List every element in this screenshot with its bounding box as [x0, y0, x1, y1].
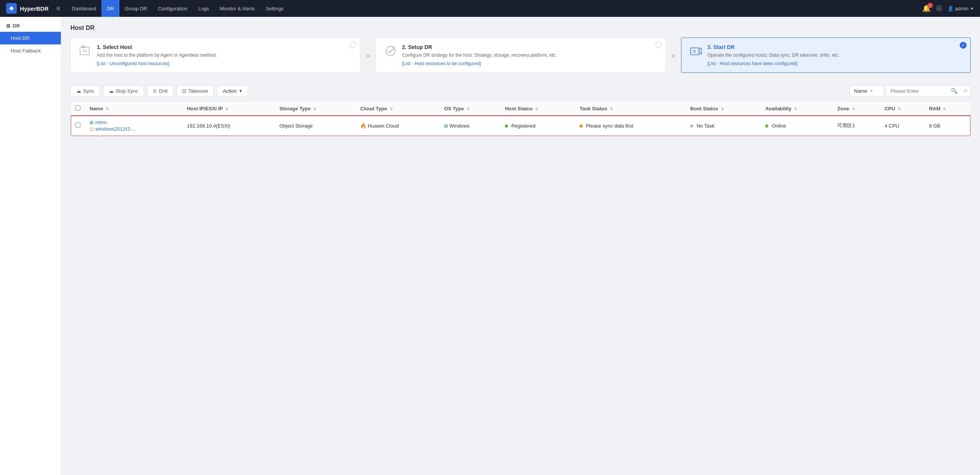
help-button[interactable]: Ⓐ — [936, 4, 942, 13]
takeover-label: Takeover — [188, 88, 209, 94]
sync-button[interactable]: ☁ Sync — [70, 85, 100, 97]
search-clear-button[interactable]: ↺ — [960, 86, 970, 96]
os-type-value: Windows — [449, 123, 470, 129]
col-os-type-sort[interactable]: ⇅ — [467, 107, 470, 111]
select-all-checkbox[interactable] — [75, 105, 80, 110]
nav-configuration[interactable]: Configuration — [152, 0, 193, 17]
host-name-link-1[interactable]: ⊞ mhm- — [90, 120, 178, 125]
col-boot-status-label: Boot Status — [690, 106, 718, 111]
col-zone-sort[interactable]: ⇅ — [852, 107, 855, 111]
user-icon: 👤 — [947, 6, 954, 11]
col-ram-sort[interactable]: ⇅ — [943, 107, 946, 111]
col-availability: Availability ⇅ — [761, 102, 833, 116]
svg-rect-2 — [82, 46, 85, 48]
host-name-link-2[interactable]: ⊡ windows2012r2-... — [90, 126, 178, 132]
col-task-status-sort[interactable]: ⇅ — [610, 107, 613, 111]
search-submit-button[interactable]: 🔍 — [948, 85, 960, 96]
col-storage-type: Storage Type ⇅ — [275, 102, 356, 116]
col-storage-type-sort[interactable]: ⇅ — [313, 107, 316, 111]
boot-status-value: No Task — [697, 123, 715, 129]
huawei-icon: 🔥 — [360, 123, 366, 129]
nav-dashboard[interactable]: Dashboard — [67, 0, 102, 17]
search-input[interactable] — [887, 86, 948, 96]
col-os-type-label: OS Type — [444, 106, 464, 111]
user-dropdown-icon: ▼ — [970, 7, 974, 11]
takeover-button[interactable]: ⊡ Takeover — [176, 85, 214, 97]
col-boot-status-sort[interactable]: ⇅ — [721, 107, 724, 111]
row-cloud-type: 🔥 Huawei Cloud — [356, 116, 439, 136]
hosts-table: Name ⇅ Host IP/ESXi IP ⇅ Storage Type ⇅ — [70, 101, 971, 136]
logo-icon — [6, 3, 17, 14]
nav-dr[interactable]: DR — [101, 0, 119, 17]
col-cloud-type-label: Cloud Type — [360, 106, 387, 111]
user-menu[interactable]: 👤 admin ▼ — [947, 6, 974, 11]
table-row[interactable]: ⊞ mhm- ⊡ windows2012r2-... 192.168.10.4( — [71, 116, 970, 136]
row-cpu: 4 CPU — [880, 116, 924, 136]
takeover-icon: ⊡ — [182, 88, 186, 94]
col-os-type: OS Type ⇅ — [439, 102, 500, 116]
nav-settings[interactable]: Settings — [260, 0, 289, 17]
app-logo[interactable]: HyperBDR — [6, 3, 49, 14]
search-area: Name ▼ 🔍 ↺ — [850, 85, 971, 97]
step-1-link[interactable]: [List - Unconfigured host resources] — [97, 61, 217, 66]
step-2-card[interactable]: 2. Setup DR Configure DR strategy for th… — [376, 38, 665, 73]
row-os-type: ⊞ Windows — [439, 116, 500, 136]
nav-logs[interactable]: Logs — [193, 0, 214, 17]
username-label: admin — [955, 6, 969, 11]
table-header: Name ⇅ Host IP/ESXi IP ⇅ Storage Type ⇅ — [71, 102, 970, 116]
header-checkbox-cell — [71, 102, 85, 116]
notifications-button[interactable]: 🔔 1 — [922, 4, 931, 13]
nav-right-area: 🔔 1 Ⓐ 👤 admin ▼ — [922, 4, 974, 13]
host-status-dot — [505, 124, 508, 128]
step-2-link[interactable]: [List - Host resources to be configured] — [402, 61, 557, 66]
step-3-header: 3. Start DR Operate the configured hosts… — [689, 44, 963, 66]
col-boot-status: Boot Status ⇅ — [686, 102, 761, 116]
row-checkbox[interactable] — [75, 123, 80, 128]
notification-badge: 1 — [928, 3, 933, 8]
availability-dot — [765, 124, 768, 128]
zone-value: 可用区1 — [837, 123, 855, 128]
drill-button[interactable]: ⊙ Drill — [147, 85, 173, 97]
availability-value: Online — [772, 123, 786, 129]
boot-status-dot — [690, 124, 693, 128]
host-name-1: mhm- — [95, 120, 108, 125]
step-3-check: ✓ — [960, 42, 967, 49]
sidebar-item-host-failback[interactable]: Host Failback — [0, 44, 61, 57]
step-2-icon — [384, 44, 397, 61]
nav-monitor-alerts[interactable]: Monitor & Alerts — [214, 0, 260, 17]
step-1-icon — [78, 44, 92, 61]
svg-rect-7 — [691, 48, 699, 55]
step-1-card[interactable]: 1. Select Host Add the host to the platf… — [70, 38, 360, 73]
col-host-ip-sort[interactable]: ⇅ — [225, 107, 228, 111]
nav-group-dr[interactable]: Group DR — [119, 0, 153, 17]
cloud-type-value: Huawei Cloud — [368, 123, 399, 129]
action-button[interactable]: Action ▼ — [217, 85, 248, 97]
col-name: Name ⇅ — [85, 102, 182, 116]
col-cloud-type-sort[interactable]: ⇅ — [390, 107, 393, 111]
step-3-card[interactable]: ✓ 3. Start DR Operate the configured hos… — [681, 38, 971, 73]
step-3-link[interactable]: [List - Host resources have been configu… — [707, 61, 840, 66]
svg-rect-1 — [80, 47, 89, 55]
col-name-sort[interactable]: ⇅ — [106, 107, 109, 111]
col-host-status-sort[interactable]: ⇅ — [535, 107, 538, 111]
search-field-select[interactable]: Name ▼ — [850, 85, 884, 97]
sidebar: ⊞ DR Host DR Host Failback — [0, 17, 61, 475]
step-2-content: 2. Setup DR Configure DR strategy for th… — [402, 44, 557, 66]
cpu-value: 4 CPU — [885, 123, 899, 129]
nav-links: Dashboard DR Group DR Configuration Logs… — [67, 0, 919, 17]
step-1-header: 1. Select Host Add the host to the platf… — [78, 44, 352, 66]
windows-icon-1: ⊞ — [90, 120, 93, 125]
col-task-status: Task Status ⇅ — [575, 102, 686, 116]
col-availability-sort[interactable]: ⇅ — [794, 107, 797, 111]
host-status-value: Registered — [511, 123, 536, 129]
col-cpu-sort[interactable]: ⇅ — [898, 107, 901, 111]
row-storage-type: Object Storage — [275, 116, 356, 136]
row-name-cell: ⊞ mhm- ⊡ windows2012r2-... — [85, 116, 182, 136]
sync-label: Sync — [83, 88, 94, 94]
os-windows-icon: ⊞ — [444, 123, 448, 129]
col-ram: RAM ⇅ — [924, 102, 970, 116]
sidebar-item-host-dr[interactable]: Host DR — [0, 32, 61, 44]
hamburger-menu[interactable]: ≡ — [56, 5, 60, 13]
col-name-label: Name — [90, 106, 103, 111]
stop-sync-button[interactable]: ☁ Stop Sync — [103, 85, 144, 97]
